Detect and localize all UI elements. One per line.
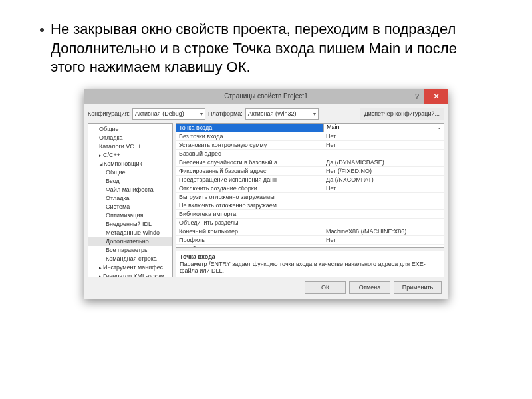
property-row[interactable]: Отключить создание сборкиНет [176,184,444,193]
property-row[interactable]: Конечный компьютерMachineX86 (/MACHINE:X… [176,227,444,236]
property-row[interactable]: Фиксированный базовый адресНет (/FIXED:N… [176,167,444,176]
tree-item[interactable]: Общие [88,168,172,177]
property-pages-dialog: Страницы свойств Project1 ? ✕ Конфигурац… [84,89,448,299]
ok-button[interactable]: ОК [305,281,346,294]
tree-item[interactable]: Генератор XML-докум [88,272,172,277]
description-text: Параметр /ENTRY задает функцию точки вхо… [180,261,440,274]
property-name: Атрибут потока CLR [176,245,323,248]
property-value[interactable] [323,150,444,158]
tree-item[interactable]: Файл манифеста [88,186,172,194]
property-value[interactable]: Нет [323,132,444,140]
tree-item[interactable]: Метаданные Windo [88,229,172,237]
property-value[interactable] [323,245,444,248]
apply-button[interactable]: Применить [394,281,442,294]
property-row[interactable]: Внесение случайности в базовый аДа (/DYN… [176,158,444,167]
property-value[interactable] [323,210,444,218]
property-grid[interactable]: Точка входаMain⌄Без точки входаНетУстано… [176,123,444,248]
property-value[interactable] [323,193,444,201]
property-name: Базовый адрес [176,150,323,158]
property-value[interactable]: Нет (/FIXED:NO) [323,167,444,175]
property-name: Объединить разделы [176,219,323,227]
config-toolbar: Конфигурация: Активная (Debug) Платформа… [88,108,444,120]
property-value[interactable]: Нет [323,141,444,149]
tree-item[interactable]: Дополнительно [88,237,172,246]
property-name: Точка входа [176,124,323,132]
property-name: Библиотека импорта [176,210,323,218]
tree-item[interactable]: Каталоги VC++ [88,142,172,151]
property-value[interactable]: Main⌄ [323,124,444,132]
tree-item[interactable]: Система [88,203,172,211]
dialog-title: Страницы свойств Project1 [224,92,307,100]
property-value[interactable]: MachineX86 (/MACHINE:X86) [323,227,444,235]
property-name: Отключить создание сборки [176,184,323,192]
property-row[interactable]: Не включать отложенно загружаем [176,201,444,210]
property-row[interactable]: ПрофильНет [176,236,444,245]
property-name: Фиксированный базовый адрес [176,167,323,175]
description-panel: Точка входа Параметр /ENTRY задает функц… [176,251,444,277]
property-name: Установить контрольную сумму [176,141,323,149]
config-combo[interactable]: Активная (Debug) [132,108,205,120]
property-row[interactable]: Без точки входаНет [176,132,444,141]
property-row[interactable]: Предотвращение исполнения даннДа (/NXCOM… [176,176,444,184]
property-value[interactable]: Нет [323,236,444,244]
property-value[interactable]: Нет [323,184,444,192]
tree-item[interactable]: Отладка [88,194,172,203]
tree-item[interactable]: Оптимизация [88,211,172,220]
tree-item[interactable]: C/C++ [88,151,172,160]
platform-label: Платформа: [208,110,243,117]
tree-item[interactable]: Инструмент манифес [88,263,172,272]
property-name: Не включать отложенно загружаем [176,201,323,209]
property-value[interactable]: Да (/DYNAMICBASE) [323,158,444,166]
tree-item[interactable]: Отладка [88,134,172,142]
slide-text: Не закрывая окно свойств проекта, перехо… [51,20,492,77]
category-tree[interactable]: ОбщиеОтладкаКаталоги VC++C/C++Компоновщи… [88,123,173,277]
tree-item[interactable]: Компоновщик [88,160,172,168]
property-value[interactable] [323,201,444,209]
tree-item[interactable]: Командная строка [88,255,172,263]
platform-combo[interactable]: Активная (Win32) [245,108,319,120]
property-name: Внесение случайности в базовый а [176,158,323,166]
property-row[interactable]: Объединить разделы [176,219,444,227]
property-name: Выгрузить отложенно загружаемы [176,193,323,201]
property-value[interactable] [323,219,444,227]
property-name: Профиль [176,236,323,244]
property-row[interactable]: Выгрузить отложенно загружаемы [176,193,444,201]
property-row[interactable]: Установить контрольную суммуНет [176,141,444,150]
property-value[interactable]: Да (/NXCOMPAT) [323,176,444,184]
help-icon[interactable]: ? [410,89,424,104]
property-row[interactable]: Библиотека импорта [176,210,444,219]
bullet-icon [40,28,44,32]
property-name: Без точки входа [176,132,323,140]
tree-item[interactable]: Ввод [88,177,172,186]
config-manager-button[interactable]: Диспетчер конфигураций... [360,108,444,120]
tree-item[interactable]: Внедренный IDL [88,220,172,229]
property-row[interactable]: Базовый адрес [176,150,444,158]
dialog-titlebar: Страницы свойств Project1 ? ✕ [84,89,448,104]
description-title: Точка входа [180,253,440,260]
close-icon[interactable]: ✕ [424,89,448,104]
tree-item[interactable]: Все параметры [88,246,172,255]
property-row[interactable]: Атрибут потока CLR [176,245,444,248]
tree-item[interactable]: Общие [88,125,172,134]
config-label: Конфигурация: [88,110,130,117]
property-row[interactable]: Точка входаMain⌄ [176,124,444,132]
property-name: Предотвращение исполнения данн [176,176,323,184]
cancel-button[interactable]: Отмена [349,281,390,294]
property-name: Конечный компьютер [176,227,323,235]
